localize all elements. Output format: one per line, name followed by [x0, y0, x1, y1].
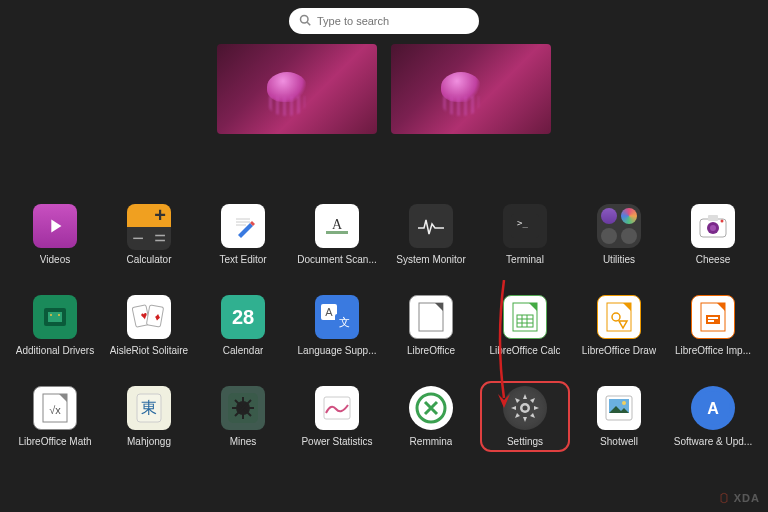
power-icon [315, 386, 359, 430]
app-label: Calculator [126, 254, 171, 265]
app-label: Videos [40, 254, 70, 265]
cheese-icon [691, 204, 735, 248]
app-label: LibreOffice Imp... [675, 345, 751, 356]
svg-point-19 [58, 314, 60, 316]
svg-line-1 [307, 22, 310, 25]
svg-point-15 [721, 220, 724, 223]
app-label: LibreOffice Calc [490, 345, 561, 356]
settings-icon [503, 386, 547, 430]
app-label: Shotwell [600, 436, 638, 447]
app-label: Utilities [603, 254, 635, 265]
remmina-icon [409, 386, 453, 430]
mah-icon: 東 [127, 386, 171, 430]
workspace-thumbnail[interactable] [391, 44, 551, 134]
app-launcher-sysmon[interactable]: System Monitor [387, 200, 475, 269]
app-launcher-cheese[interactable]: Cheese [669, 200, 757, 269]
svg-point-57 [523, 406, 528, 411]
app-launcher-term[interactable]: >_Terminal [481, 200, 569, 269]
app-launcher-util[interactable]: Utilities [575, 200, 663, 269]
svg-text:A: A [332, 217, 343, 232]
app-launcher-mah[interactable]: 東Mahjongg [105, 382, 193, 451]
util-icon [597, 204, 641, 248]
app-launcher-math[interactable]: √xLibreOffice Math [11, 382, 99, 451]
draw-icon [597, 295, 641, 339]
app-launcher-scan[interactable]: ADocument Scan... [293, 200, 381, 269]
svg-text:東: 東 [141, 399, 157, 416]
app-label: Cheese [696, 254, 730, 265]
app-label: Document Scan... [297, 254, 376, 265]
svg-text:A: A [707, 400, 719, 417]
svg-rect-17 [48, 312, 62, 322]
workspace-switcher [217, 44, 551, 134]
imp-icon [691, 295, 735, 339]
app-launcher-videos[interactable]: Videos [11, 200, 99, 269]
app-launcher-draw[interactable]: LibreOffice Draw [575, 291, 663, 360]
app-label: System Monitor [396, 254, 465, 265]
drv-icon [33, 295, 77, 339]
search-bar[interactable] [289, 8, 479, 34]
app-launcher-software[interactable]: ASoftware & Upd... [669, 382, 757, 451]
svg-text:>_: >_ [517, 218, 528, 228]
app-launcher-libre[interactable]: LibreOffice [387, 291, 475, 360]
videos-icon [33, 204, 77, 248]
app-launcher-settings[interactable]: Settings [481, 382, 569, 451]
term-icon: >_ [503, 204, 547, 248]
app-launcher-mines[interactable]: Mines [199, 382, 287, 451]
svg-rect-39 [706, 315, 720, 324]
app-launcher-cards[interactable]: ♥♦AisleRiot Solitaire [105, 291, 193, 360]
app-label: Mines [230, 436, 257, 447]
svg-point-60 [622, 401, 626, 405]
app-label: Text Editor [219, 254, 266, 265]
app-label: LibreOffice [407, 345, 455, 356]
app-label: LibreOffice Draw [582, 345, 656, 356]
lang-icon: A文 [315, 295, 359, 339]
svg-point-14 [710, 225, 716, 231]
calc-icon: +−= [127, 204, 171, 248]
mines-icon [221, 386, 265, 430]
app-label: Additional Drivers [16, 345, 94, 356]
svg-rect-12 [708, 215, 718, 221]
app-launcher-calc2[interactable]: LibreOffice Calc [481, 291, 569, 360]
watermark: XDA [714, 491, 760, 506]
text-icon [221, 204, 265, 248]
app-label: AisleRiot Solitaire [110, 345, 188, 356]
app-label: Language Supp... [298, 345, 377, 356]
svg-text:√x: √x [49, 404, 61, 416]
cards-icon: ♥♦ [127, 295, 171, 339]
app-label: Power Statistics [301, 436, 372, 447]
scan-icon: A [315, 204, 359, 248]
app-launcher-drv[interactable]: Additional Drivers [11, 291, 99, 360]
app-label: Terminal [506, 254, 544, 265]
calc2-icon [503, 295, 547, 339]
cal-icon: 28 [221, 295, 265, 339]
app-launcher-shotwell[interactable]: Shotwell [575, 382, 663, 451]
workspace-thumbnail[interactable] [217, 44, 377, 134]
app-label: Software & Upd... [674, 436, 752, 447]
svg-point-0 [301, 16, 309, 24]
app-launcher-remmina[interactable]: Remmina [387, 382, 475, 451]
svg-text:A: A [325, 306, 333, 318]
shotwell-icon [597, 386, 641, 430]
svg-text:文: 文 [339, 316, 350, 328]
app-grid: Videos+−=CalculatorText EditorADocument … [0, 200, 768, 451]
app-launcher-imp[interactable]: LibreOffice Imp... [669, 291, 757, 360]
software-icon: A [691, 386, 735, 430]
app-launcher-cal[interactable]: 28Calendar [199, 291, 287, 360]
app-launcher-lang[interactable]: A文Language Supp... [293, 291, 381, 360]
app-launcher-text[interactable]: Text Editor [199, 200, 287, 269]
app-launcher-power[interactable]: Power Statistics [293, 382, 381, 451]
search-icon [299, 12, 311, 30]
svg-point-18 [50, 314, 52, 316]
svg-rect-41 [708, 320, 714, 322]
app-label: Calendar [223, 345, 264, 356]
app-label: Mahjongg [127, 436, 171, 447]
svg-rect-40 [708, 317, 718, 319]
svg-rect-8 [326, 231, 348, 234]
libre-icon [409, 295, 453, 339]
app-label: Remmina [410, 436, 453, 447]
sysmon-icon [409, 204, 453, 248]
search-input[interactable] [317, 15, 469, 27]
app-label: LibreOffice Math [18, 436, 91, 447]
app-launcher-calc[interactable]: +−=Calculator [105, 200, 193, 269]
app-label: Settings [507, 436, 543, 447]
